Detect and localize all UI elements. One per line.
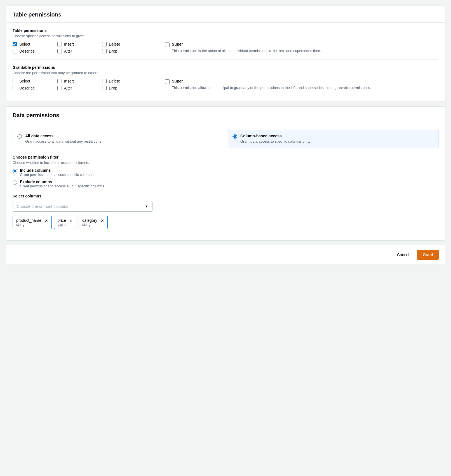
column-tag-price-remove[interactable]: ✕	[69, 219, 73, 223]
g-super-content: Super This permission allows the princip…	[172, 79, 371, 91]
access-options-group: All data access Grant access to all data…	[13, 129, 438, 148]
column-based-content: Column-based access Grant data access to…	[240, 134, 310, 143]
column-based-title: Column-based access	[240, 134, 310, 138]
g-checkbox-alter[interactable]: Alter	[57, 86, 102, 90]
checkbox-insert-input[interactable]	[57, 42, 62, 46]
super-desc: This permission is the union of all the …	[172, 48, 322, 54]
column-tag-price-type: bigint	[58, 223, 66, 227]
columns-placeholder: Choose one or more columns	[17, 204, 68, 209]
g-checkbox-drop[interactable]: Drop	[102, 86, 147, 90]
column-tag-category-content: category string	[82, 218, 97, 227]
table-permissions-card: Table permissions Table permissions Choo…	[6, 6, 445, 102]
column-tag-product-name-content: product_name string	[16, 218, 41, 227]
data-permissions-header: Data permissions	[6, 107, 445, 123]
g-checkbox-insert[interactable]: Insert	[57, 79, 102, 84]
column-based-desc: Grant data access to specific columns on…	[240, 139, 310, 143]
g-checkbox-describe-label: Describe	[19, 86, 35, 90]
filter-title: Choose permission filter	[13, 155, 438, 159]
checkbox-drop-input[interactable]	[102, 49, 107, 53]
exclude-columns-radio[interactable]	[13, 180, 17, 185]
g-checkbox-select[interactable]: Select	[13, 79, 57, 84]
all-data-access-option[interactable]: All data access Grant access to all data…	[13, 129, 223, 148]
grantable-perm-grid: Select Insert Delete Describe	[13, 79, 438, 91]
g-checkbox-delete-input[interactable]	[102, 79, 107, 83]
all-data-content: All data access Grant access to all data…	[25, 134, 102, 143]
column-tag-category-type: string	[82, 223, 97, 227]
column-tag-price-label: price	[58, 218, 66, 223]
table-perm-subsection: Table permissions Choose specific access…	[13, 28, 438, 54]
table-perm-desc: Choose specific access permissions to gr…	[13, 34, 438, 38]
select-columns-label: Select columns	[13, 194, 438, 198]
table-permissions-header: Table permissions	[6, 6, 445, 23]
super-checkbox-row: Super This permission is the union of al…	[165, 42, 438, 54]
column-tag-product-name-remove[interactable]: ✕	[45, 219, 48, 223]
include-columns-desc: Grant permissions to access specific col…	[20, 173, 95, 177]
table-perm-checkboxes: Select Insert Delete Describe	[13, 42, 156, 54]
exclude-columns-content: Exclude columns Grant permissions to acc…	[20, 180, 105, 188]
grantable-subtitle: Grantable permissions	[13, 65, 438, 70]
g-checkbox-describe[interactable]: Describe	[13, 86, 57, 90]
g-checkbox-insert-input[interactable]	[57, 79, 62, 83]
g-super-desc: This permission allows the principal to …	[172, 85, 371, 91]
column-tag-price: price bigint ✕	[54, 216, 76, 229]
checkbox-delete[interactable]: Delete	[102, 42, 147, 47]
column-tag-category: category string ✕	[79, 216, 108, 229]
column-based-access-option[interactable]: Column-based access Grant data access to…	[228, 129, 438, 148]
checkbox-alter-input[interactable]	[57, 49, 62, 53]
permission-filter-section: Choose permission filter Choose whether …	[13, 155, 438, 188]
g-checkbox-drop-input[interactable]	[102, 86, 107, 90]
grantable-subsection: Grantable permissions Choose the permiss…	[13, 65, 438, 91]
include-columns-radio-item[interactable]: Include columns Grant permissions to acc…	[13, 168, 438, 177]
table-perm-grid: Select Insert Delete Describe	[13, 42, 438, 54]
checkbox-alter[interactable]: Alter	[57, 49, 102, 54]
checkbox-select-label: Select	[19, 42, 30, 46]
g-checkbox-select-label: Select	[19, 79, 30, 83]
table-permissions-body: Table permissions Choose specific access…	[6, 23, 445, 102]
column-tag-product-name-label: product_name	[16, 218, 41, 223]
all-data-title: All data access	[25, 134, 102, 138]
checkbox-select-input[interactable]	[13, 42, 17, 46]
g-checkbox-alter-input[interactable]	[57, 86, 62, 90]
cancel-button[interactable]: Cancel	[393, 250, 414, 259]
select-columns-section: Select columns Choose one or more column…	[13, 194, 438, 229]
grantable-super-section: Super This permission allows the princip…	[165, 79, 438, 91]
checkbox-super-input[interactable]	[165, 43, 170, 47]
exclude-columns-radio-item[interactable]: Exclude columns Grant permissions to acc…	[13, 180, 438, 188]
g-checkbox-delete[interactable]: Delete	[102, 79, 147, 84]
g-checkbox-insert-label: Insert	[64, 79, 74, 83]
checkbox-delete-label: Delete	[109, 42, 120, 46]
data-permissions-body: All data access Grant access to all data…	[6, 123, 445, 240]
grantable-perm-checkboxes: Select Insert Delete Describe	[13, 79, 156, 91]
checkbox-alter-label: Alter	[64, 49, 72, 53]
exclude-columns-desc: Grant permissions to access all but spec…	[20, 184, 105, 188]
exclude-columns-title: Exclude columns	[20, 180, 105, 184]
g-checkbox-super-input[interactable]	[165, 79, 170, 84]
dropdown-arrow-icon: ▼	[145, 204, 148, 208]
data-permissions-card: Data permissions All data access Grant a…	[6, 106, 445, 241]
grantable-desc: Choose the permission that may be grante…	[13, 71, 438, 75]
all-data-radio[interactable]	[17, 134, 22, 139]
selected-columns-list: product_name string ✕ price bigint ✕	[13, 216, 438, 229]
g-checkbox-select-input[interactable]	[13, 79, 17, 83]
g-checkbox-drop-label: Drop	[109, 86, 117, 90]
checkbox-delete-input[interactable]	[102, 42, 107, 46]
column-tag-product-name-type: string	[16, 223, 41, 227]
checkbox-drop[interactable]: Drop	[102, 49, 147, 54]
g-super-checkbox-row: Super This permission allows the princip…	[165, 79, 438, 91]
checkbox-describe-input[interactable]	[13, 49, 17, 53]
columns-dropdown[interactable]: Choose one or more columns ▼	[13, 201, 152, 212]
checkbox-describe[interactable]: Describe	[13, 49, 57, 54]
table-perm-subtitle: Table permissions	[13, 28, 438, 33]
checkbox-select[interactable]: Select	[13, 42, 57, 47]
column-tag-price-content: price bigint	[58, 218, 66, 227]
g-super-label: Super	[172, 79, 371, 83]
column-based-radio[interactable]	[232, 134, 237, 139]
table-super-section: Super This permission is the union of al…	[165, 42, 438, 54]
include-columns-radio[interactable]	[13, 169, 17, 173]
g-checkbox-describe-input[interactable]	[13, 86, 17, 90]
g-checkbox-delete-label: Delete	[109, 79, 120, 83]
grant-button[interactable]: Grant	[417, 250, 439, 260]
column-tag-category-remove[interactable]: ✕	[101, 219, 104, 223]
checkbox-insert[interactable]: Insert	[57, 42, 102, 47]
checkbox-describe-label: Describe	[19, 49, 35, 53]
